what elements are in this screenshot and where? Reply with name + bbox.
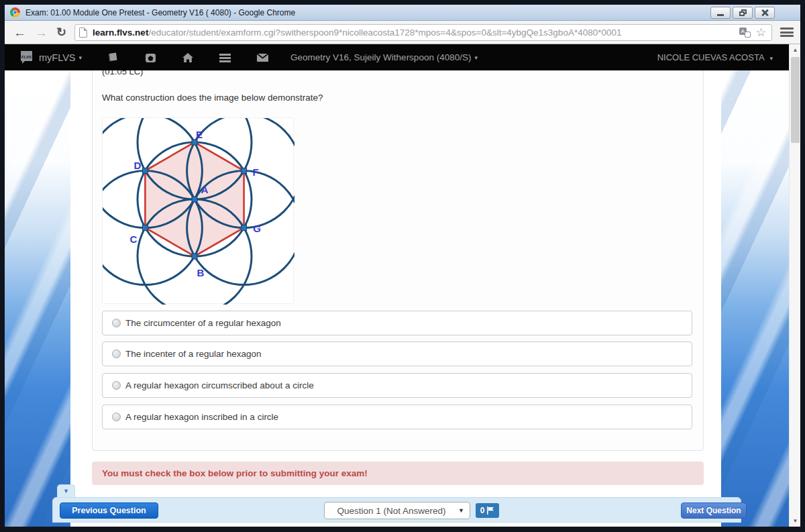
translate-icon[interactable]: A	[739, 28, 751, 38]
label-F: F	[252, 166, 258, 178]
myflvs-menu[interactable]: myFLVS	[39, 52, 76, 63]
chrome-icon	[10, 7, 20, 17]
caret-down-icon: ▾	[769, 55, 773, 62]
answer-option-3[interactable]: A regular hexagon circumscribed about a …	[102, 373, 692, 398]
point-E	[192, 140, 197, 145]
answer-option-4[interactable]: A regular hexagon inscribed in a circle	[102, 405, 692, 429]
scroll-down-arrow[interactable]: ▼	[790, 515, 800, 527]
browser-window: Exam: 01.00 Module One Pretest - Geometr…	[5, 5, 800, 527]
address-bar[interactable]: learn.flvs.net/educator/student/examform…	[74, 24, 772, 41]
restore-button[interactable]	[733, 7, 753, 19]
caret-down-icon: ▾	[79, 54, 83, 61]
answer-option-2[interactable]: The incenter of a regular hexagon	[102, 341, 692, 366]
answer-option-label: A regular hexagon circumscribed about a …	[125, 380, 314, 390]
minimize-button[interactable]	[710, 7, 731, 19]
caret-down-icon: ▼	[458, 507, 464, 514]
forward-button: →	[35, 26, 48, 39]
radio-button[interactable]	[112, 350, 121, 358]
url-path: /educator/student/examform.cgi?swithersp…	[148, 28, 621, 38]
construction-figure: A B C D E F G	[102, 117, 294, 304]
point-A	[192, 197, 197, 202]
point-D	[142, 168, 148, 174]
page-icon[interactable]	[79, 28, 87, 38]
content-column: (01.05 LC) What construction does the im…	[70, 70, 721, 527]
question-selector-dropdown[interactable]: Question 1 (Not Answered) ▼	[324, 502, 470, 519]
exam-warning-banner: You must check the box below prior to su…	[92, 462, 704, 485]
window-frame: Exam: 01.00 Module One Pretest - Geometr…	[0, 0, 805, 532]
footer-collapse-tab[interactable]: ▼	[57, 484, 75, 497]
exam-page: (01.05 LC) What construction does the im…	[5, 70, 800, 527]
radio-button[interactable]	[112, 319, 121, 327]
warning-text: You must check the box below prior to su…	[102, 468, 368, 478]
title-bar[interactable]: Exam: 01.00 Module One Pretest - Geometr…	[5, 5, 800, 21]
question-code: (01.05 LC)	[102, 70, 143, 76]
flag-icon	[486, 507, 494, 515]
flvs-nav-bar: FLVS myFLVS ▾ Geometry V16, Suj	[5, 44, 789, 70]
next-question-button[interactable]: Next Question	[681, 502, 747, 519]
close-button[interactable]	[755, 7, 775, 19]
label-E: E	[196, 129, 203, 140]
browser-toolbar: ← → ↻ learn.flvs.net/educator/student/ex…	[5, 21, 800, 44]
back-button[interactable]: ←	[13, 26, 26, 39]
bookmark-star-icon[interactable]: ☆	[756, 25, 766, 40]
home-icon[interactable]	[182, 52, 194, 63]
reload-button[interactable]: ↻	[56, 26, 66, 38]
point-B	[192, 254, 197, 259]
book-icon[interactable]	[107, 52, 119, 63]
previous-question-button[interactable]: Previous Question	[60, 502, 158, 519]
chrome-menu-button[interactable]	[780, 28, 794, 37]
envelope-icon[interactable]	[256, 53, 269, 62]
flag-counter-badge[interactable]: 0	[476, 503, 499, 518]
caret-down-icon: ▾	[474, 54, 478, 61]
minimize-icon	[717, 14, 724, 16]
label-B: B	[197, 267, 205, 278]
answer-option-label: The circumcenter of a regular hexagon	[125, 318, 281, 328]
close-icon	[761, 9, 769, 17]
label-D: D	[134, 160, 142, 171]
question-nav-bar: Previous Question Question 1 (Not Answer…	[52, 497, 741, 523]
question-prompt: What construction does the image below d…	[102, 93, 323, 103]
user-name: NICOLE CUEVAS ACOSTA	[657, 52, 764, 62]
scrollbar-thumb[interactable]	[791, 57, 800, 143]
answer-option-label: A regular hexagon inscribed in a circle	[125, 412, 278, 422]
restore-icon	[739, 9, 747, 16]
scroll-up-arrow[interactable]: ▲	[790, 44, 800, 56]
label-A: A	[201, 184, 209, 195]
label-G: G	[253, 223, 261, 234]
backpack-icon[interactable]	[145, 52, 156, 63]
user-menu[interactable]: NICOLE CUEVAS ACOSTA ▾	[657, 52, 773, 62]
chevron-down-icon: ▼	[63, 488, 69, 494]
list-menu-icon[interactable]	[219, 53, 231, 62]
label-C: C	[130, 233, 138, 245]
flag-count: 0	[480, 506, 485, 515]
point-C	[142, 225, 148, 231]
radio-button[interactable]	[112, 413, 121, 421]
url-text[interactable]: learn.flvs.net/educator/student/examform…	[93, 28, 739, 38]
course-menu[interactable]: Geometry V16, Sujeily Witherspoon (4080/…	[290, 52, 471, 62]
svg-text:FLVS: FLVS	[21, 55, 32, 59]
point-G	[241, 225, 247, 231]
answer-option-label: The incenter of a regular hexagon	[125, 349, 262, 359]
window-title: Exam: 01.00 Module One Pretest - Geometr…	[25, 8, 295, 17]
radio-button[interactable]	[112, 381, 121, 390]
hexagon-construction-svg: A B C D E F G	[103, 118, 294, 305]
question-selector-value: Question 1 (Not Answered)	[325, 506, 458, 516]
answer-option-1[interactable]: The circumcenter of a regular hexagon	[102, 311, 692, 335]
page-scrollbar[interactable]: ▲ ▼	[789, 44, 800, 527]
flvs-logo-icon: FLVS	[19, 50, 34, 64]
point-F	[241, 168, 247, 174]
url-host: learn.flvs.net	[93, 28, 148, 38]
